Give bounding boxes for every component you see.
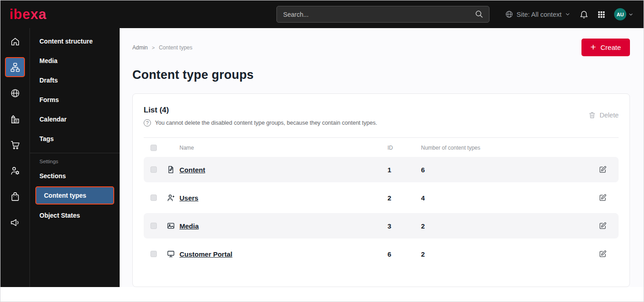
edit-button[interactable] <box>599 250 619 258</box>
card-header-left: List (4) ? You cannot delete the disable… <box>144 106 377 127</box>
table-header: Name ID Number of content types <box>144 137 619 157</box>
sidebar-item-content-structure[interactable]: Content structure <box>30 31 120 51</box>
group-id: 3 <box>387 222 421 230</box>
row-checkbox[interactable] <box>150 251 157 257</box>
notifications-bell-icon[interactable] <box>579 10 589 19</box>
table-row: Media 3 2 <box>144 213 619 239</box>
content-file-icon <box>167 166 179 174</box>
edit-button[interactable] <box>599 194 619 202</box>
group-link[interactable]: Users <box>179 194 387 202</box>
breadcrumb: Admin > Content types <box>132 44 193 51</box>
breadcrumb-separator: > <box>152 45 155 50</box>
menu-sidebar: Content structure Media Drafts Forms Cal… <box>30 28 120 287</box>
home-icon[interactable] <box>5 31 25 51</box>
sidebar-item-object-states[interactable]: Object States <box>30 205 120 225</box>
topbar-right: Site: All context <box>505 8 634 20</box>
group-count: 4 <box>421 194 599 202</box>
user-settings-icon[interactable] <box>5 161 25 180</box>
group-id: 2 <box>387 194 421 202</box>
page-title: Content type groups <box>132 68 630 82</box>
sidebar-item-sections[interactable]: Sections <box>30 166 120 185</box>
apps-grid-icon[interactable] <box>597 10 605 19</box>
group-count: 2 <box>421 222 599 230</box>
group-id: 6 <box>387 250 421 258</box>
edit-button[interactable] <box>599 166 619 174</box>
create-button[interactable]: + Create <box>581 39 630 56</box>
table-row: Users 2 4 <box>144 185 619 210</box>
help-circle-icon: ? <box>144 119 151 127</box>
delete-button-label: Delete <box>600 112 619 119</box>
group-count: 6 <box>421 166 599 174</box>
user-avatar[interactable]: AU <box>614 8 626 20</box>
app-root: ibexa Site: All context <box>0 0 644 287</box>
select-all-checkbox[interactable] <box>150 145 157 151</box>
column-header-name: Name <box>179 145 387 151</box>
building-icon[interactable] <box>5 109 25 129</box>
group-link[interactable]: Media <box>179 222 387 230</box>
settings-section-label: Settings <box>30 153 120 166</box>
list-title: List (4) <box>144 106 377 115</box>
sidebar-item-forms[interactable]: Forms <box>30 90 120 109</box>
users-icon <box>167 194 179 202</box>
edit-button[interactable] <box>599 222 619 230</box>
search-icon[interactable] <box>475 10 484 20</box>
breadcrumb-current: Content types <box>159 44 192 51</box>
content-type-groups-table: Name ID Number of content types <box>144 137 619 267</box>
row-checkbox[interactable] <box>150 166 157 173</box>
chevron-down-icon <box>565 11 571 17</box>
main-content: Admin > Content types + Create Content t… <box>120 28 644 287</box>
customer-portal-icon <box>167 250 179 258</box>
card-header: List (4) ? You cannot delete the disable… <box>144 106 619 127</box>
site-context-label: Site: All context <box>517 11 562 18</box>
media-image-icon <box>167 222 179 230</box>
cart-icon[interactable] <box>5 135 25 155</box>
row-checkbox[interactable] <box>150 223 157 229</box>
megaphone-icon[interactable] <box>5 212 25 232</box>
body-row: Content structure Media Drafts Forms Cal… <box>0 28 644 287</box>
main-header: Admin > Content types + Create <box>132 28 630 56</box>
chevron-down-icon <box>628 12 634 17</box>
group-link[interactable]: Customer Portal <box>179 250 387 258</box>
icon-sidebar <box>0 28 30 287</box>
delete-button[interactable]: Delete <box>588 111 619 119</box>
column-header-count: Number of content types <box>421 145 599 151</box>
globe-icon[interactable] <box>5 83 25 103</box>
search-input[interactable] <box>276 6 489 23</box>
create-button-label: Create <box>600 44 621 51</box>
topbar: ibexa Site: All context <box>0 0 644 28</box>
sidebar-item-media[interactable]: Media <box>30 51 120 70</box>
table-row: Content 1 6 <box>144 157 619 182</box>
info-line: ? You cannot delete the disabled content… <box>144 119 377 127</box>
product-bag-icon[interactable] <box>5 186 25 206</box>
group-link[interactable]: Content <box>179 166 387 174</box>
row-checkbox[interactable] <box>150 195 157 201</box>
group-count: 2 <box>421 250 599 258</box>
ibexa-logo[interactable]: ibexa <box>10 7 47 21</box>
sidebar-item-content-types[interactable]: Content types <box>35 186 114 205</box>
content-structure-icon[interactable] <box>5 57 25 77</box>
user-menu[interactable]: AU <box>614 8 634 20</box>
global-search <box>276 6 489 23</box>
trash-icon <box>588 111 596 119</box>
sidebar-item-tags[interactable]: Tags <box>30 129 120 148</box>
info-text: You cannot delete the disabled content t… <box>155 120 377 126</box>
globe-icon <box>505 10 513 19</box>
sidebar-item-calendar[interactable]: Calendar <box>30 109 120 129</box>
breadcrumb-admin[interactable]: Admin <box>132 44 148 51</box>
table-row: Customer Portal 6 2 <box>144 241 619 267</box>
group-id: 1 <box>387 166 421 174</box>
sidebar-item-drafts[interactable]: Drafts <box>30 70 120 90</box>
content-type-groups-card: List (4) ? You cannot delete the disable… <box>132 93 630 287</box>
site-context-selector[interactable]: Site: All context <box>505 10 571 19</box>
column-header-id: ID <box>387 145 421 151</box>
plus-icon: + <box>591 42 596 52</box>
